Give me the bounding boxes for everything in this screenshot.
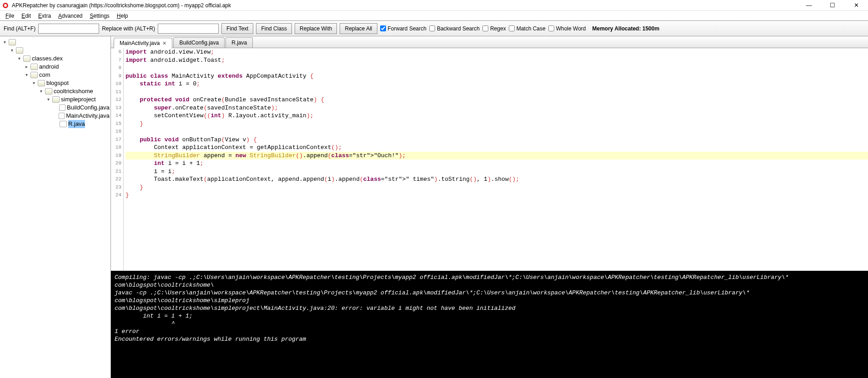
- folder-icon: [23, 55, 30, 62]
- tree-item-label: BuildConfig.java: [67, 104, 110, 112]
- tree-item-label: android: [39, 63, 59, 71]
- tree-folder[interactable]: ▾com: [0, 71, 110, 79]
- tree-folder[interactable]: ▾classes.dex: [0, 55, 110, 63]
- backward-search-checkbox[interactable]: Backward Search: [429, 25, 480, 32]
- tree-folder[interactable]: ▾cooltrickshome: [0, 87, 110, 95]
- code-line[interactable]: Context applicationContext = getApplicat…: [125, 144, 868, 152]
- code-line[interactable]: setContentView((int) R.layout.activity_m…: [125, 112, 868, 120]
- code-line[interactable]: [125, 88, 868, 96]
- find-label: Find (ALT+F): [4, 25, 35, 32]
- code-line[interactable]: public void onButtonTap(View v) {: [125, 136, 868, 144]
- folder-icon: [16, 47, 23, 54]
- menu-help[interactable]: Help: [113, 12, 132, 20]
- code-line[interactable]: public class MainActivity extends AppCom…: [125, 72, 868, 80]
- replace-all-button[interactable]: Replace All: [340, 23, 377, 34]
- window-title: APKRepatcher by csanuragjain (https://co…: [12, 2, 803, 9]
- editor-area: MainActivity.java✕BuildConfig.javaR.java…: [111, 36, 868, 378]
- code-line[interactable]: }: [125, 191, 868, 199]
- tree-folder[interactable]: ▸android: [0, 63, 110, 71]
- memory-allocated-label: Memory Allocated: 1500m: [592, 25, 659, 32]
- tree-item-label: MainActivity.java: [66, 112, 110, 120]
- code-line[interactable]: Toast.makeText(applicationContext, appen…: [125, 175, 868, 184]
- menubar: FileEditExtraAdvancedSettingsHelp: [0, 11, 868, 21]
- toolbar: Find (ALT+F) Replace with (ALT+R) Find T…: [0, 21, 868, 36]
- menu-advanced[interactable]: Advanced: [55, 12, 86, 20]
- tree-folder[interactable]: ▾simpleproject: [0, 95, 110, 104]
- tree-file[interactable]: MainActivity.java: [0, 112, 110, 120]
- file-tree-sidebar[interactable]: ▾▾▾classes.dex▸android▾com▾blogspot▾cool…: [0, 36, 111, 378]
- replace-input[interactable]: [158, 24, 219, 34]
- file-icon: [59, 104, 65, 111]
- tree-item-label: cooltrickshome: [54, 87, 93, 95]
- folder-icon: [45, 88, 52, 94]
- tab-close-icon[interactable]: ✕: [162, 40, 166, 46]
- svg-point-1: [4, 4, 7, 7]
- tree-item-label: blogspot: [46, 79, 69, 87]
- tree-folder[interactable]: ▾blogspot: [0, 79, 110, 87]
- menu-file[interactable]: File: [2, 12, 18, 20]
- tree-item-label: com: [39, 71, 50, 79]
- app-icon: [2, 2, 9, 9]
- replace-with-button[interactable]: Replace With: [295, 23, 337, 34]
- folder-icon: [9, 39, 16, 45]
- minimize-button[interactable]: —: [803, 1, 815, 10]
- tree-folder[interactable]: ▾: [0, 46, 110, 55]
- code-line[interactable]: static int i = 0;: [125, 80, 868, 88]
- tree-item-label: classes.dex: [32, 55, 63, 63]
- replace-label: Replace with (ALT+R): [102, 25, 155, 32]
- code-line[interactable]: }: [125, 120, 868, 128]
- close-button[interactable]: ✕: [850, 1, 863, 10]
- code-line[interactable]: [125, 64, 868, 72]
- menu-edit[interactable]: Edit: [18, 12, 35, 20]
- code-line[interactable]: int i = i + 1;: [125, 159, 868, 168]
- tab-label: MainActivity.java: [120, 40, 160, 46]
- forward-search-checkbox[interactable]: Forward Search: [380, 25, 426, 32]
- code-editor[interactable]: 6789101112131415161718192021222324 impor…: [111, 48, 868, 271]
- maximize-button[interactable]: ☐: [826, 1, 839, 10]
- code-line[interactable]: }: [125, 184, 868, 192]
- editor-tab[interactable]: R.java: [226, 37, 253, 48]
- regex-checkbox[interactable]: Regex: [482, 25, 506, 32]
- find-class-button[interactable]: Find Class: [256, 23, 292, 34]
- tree-item-label: R.java: [68, 120, 85, 128]
- code-line[interactable]: i = i;: [125, 168, 868, 176]
- file-icon: [59, 113, 65, 119]
- menu-settings[interactable]: Settings: [86, 12, 113, 20]
- editor-tab[interactable]: MainActivity.java✕: [114, 38, 172, 48]
- menu-extra[interactable]: Extra: [35, 12, 55, 20]
- code-line[interactable]: [125, 128, 868, 136]
- titlebar: APKRepatcher by csanuragjain (https://co…: [0, 0, 868, 11]
- code-line[interactable]: protected void onCreate(Bundle savedInst…: [125, 96, 868, 104]
- folder-icon: [30, 64, 38, 70]
- line-number-gutter: 6789101112131415161718192021222324: [111, 48, 124, 271]
- tab-label: R.java: [231, 40, 247, 46]
- file-icon: [60, 121, 67, 127]
- workspace: ▾▾▾classes.dex▸android▾com▾blogspot▾cool…: [0, 36, 868, 378]
- editor-tabbar: MainActivity.java✕BuildConfig.javaR.java: [111, 36, 868, 48]
- folder-icon: [52, 96, 60, 103]
- tree-file[interactable]: R.java: [0, 120, 110, 128]
- code-line[interactable]: import android.widget.Toast;: [125, 56, 868, 65]
- code-line[interactable]: super.onCreate(savedInstanceState);: [125, 104, 868, 112]
- editor-tab[interactable]: BuildConfig.java: [173, 37, 225, 48]
- match-case-checkbox[interactable]: Match Case: [509, 25, 546, 32]
- compiler-console[interactable]: Compiling: javac -cp .;C:\Users\anjain\w…: [111, 271, 868, 378]
- folder-icon: [30, 72, 38, 78]
- tree-file[interactable]: BuildConfig.java: [0, 104, 110, 112]
- folder-icon: [38, 80, 45, 86]
- tab-label: BuildConfig.java: [179, 40, 219, 46]
- find-input[interactable]: [38, 24, 99, 34]
- whole-word-checkbox[interactable]: Whole Word: [548, 25, 586, 32]
- code-line[interactable]: StringBuilder append = new StringBuilder…: [125, 152, 868, 160]
- code-lines[interactable]: import android.view.View;import android.…: [124, 48, 868, 271]
- tree-item-label: simpleproject: [61, 95, 96, 104]
- window-controls: — ☐ ✕: [803, 1, 863, 10]
- code-line[interactable]: import android.view.View;: [125, 48, 868, 56]
- find-text-button[interactable]: Find Text: [221, 23, 253, 34]
- tree-folder[interactable]: ▾: [0, 38, 110, 46]
